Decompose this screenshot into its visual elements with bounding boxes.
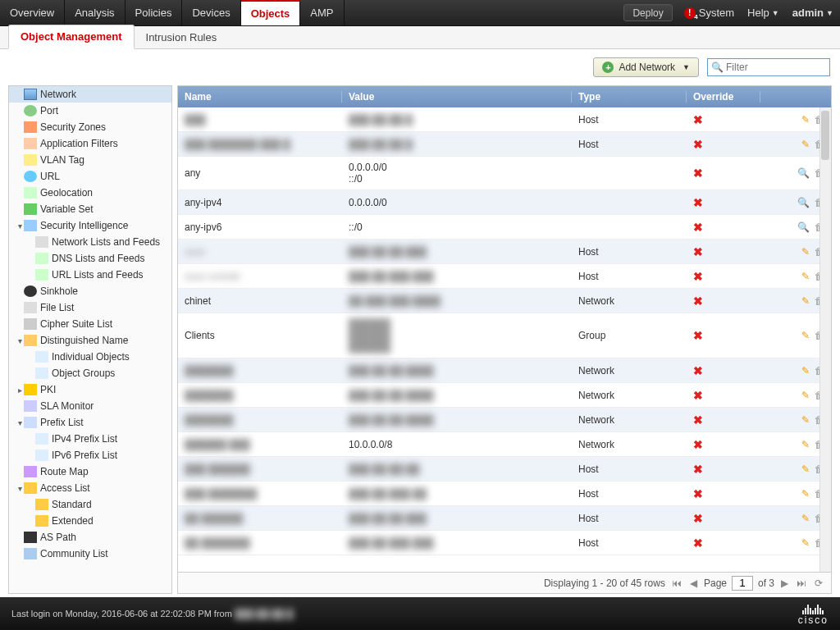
sidebar-item[interactable]: URL [9, 168, 171, 185]
menu-devices[interactable]: Devices [182, 0, 240, 25]
tree-toggle-icon[interactable]: ▾ [16, 418, 24, 427]
tab-intrusion-rules[interactable]: Intrusion Rules [135, 26, 229, 48]
deploy-button[interactable]: Deploy [623, 4, 672, 21]
sidebar-item[interactable]: File List [9, 299, 171, 316]
sidebar-item[interactable]: Extended [9, 513, 171, 529]
edit-icon[interactable]: ✎ [801, 295, 810, 307]
edit-icon[interactable]: ✎ [801, 537, 810, 549]
cell-type: Host [572, 483, 687, 504]
caret-down-icon: ▼ [772, 9, 779, 17]
edit-icon[interactable]: ✎ [801, 513, 810, 524]
menu-policies[interactable]: Policies [126, 0, 183, 25]
sidebar-item-label: Standard [52, 499, 92, 510]
sidebar-item[interactable]: Cipher Suite List [9, 316, 171, 332]
cell-override: ✖ [687, 290, 760, 313]
sidebar-item-label: Network Lists and Feeds [52, 236, 160, 248]
menu-amp[interactable]: AMP [300, 0, 344, 25]
cell-name: chinet [178, 290, 342, 312]
sidebar-item[interactable]: Network [9, 86, 171, 103]
edit-icon[interactable]: ✎ [801, 271, 810, 282]
sidebar-item[interactable]: Security Zones [9, 119, 171, 135]
cell-value: ███.██.██.████ [342, 360, 572, 381]
col-override[interactable]: Override [687, 91, 760, 103]
sidebar-item[interactable]: Variable Set [9, 201, 171, 217]
sidebar-item[interactable]: Sinkhole [9, 283, 171, 299]
sidebar-item[interactable]: ▾Security Intelligence [9, 217, 171, 234]
add-network-button[interactable]: + Add Network ▼ [593, 57, 699, 77]
ic-as-icon [24, 532, 37, 543]
table-row: ███ ██████████.██.███.██Host✖✎🗑 [178, 482, 831, 506]
sidebar-item[interactable]: ▾Access List [9, 480, 171, 496]
sidebar-item[interactable]: DNS Lists and Feeds [9, 250, 171, 267]
col-type[interactable]: Type [572, 91, 687, 103]
cell-value: ███.██.██.████ [342, 385, 572, 406]
view-icon[interactable]: 🔍 [797, 221, 810, 233]
edit-icon[interactable]: ✎ [801, 390, 810, 401]
pager: Displaying 1 - 20 of 45 rows ⏮ ◀ Page of… [178, 572, 831, 593]
view-icon[interactable]: 🔍 [797, 197, 810, 208]
pager-refresh[interactable]: ⟳ [813, 578, 824, 589]
edit-icon[interactable]: ✎ [801, 414, 810, 426]
cell-type [572, 168, 687, 178]
pager-page-input[interactable] [732, 576, 753, 591]
help-menu[interactable]: Help▼ [741, 0, 786, 25]
table-body[interactable]: ██████.██.██.█Host✖✎🗑███ ███████ ███ ███… [178, 107, 831, 572]
sidebar-item[interactable]: VLAN Tag [9, 152, 171, 168]
sidebar-item[interactable]: ▸PKI [9, 381, 171, 398]
pager-first[interactable]: ⏮ [670, 578, 683, 589]
pager-last[interactable]: ⏭ [795, 578, 808, 589]
edit-icon[interactable]: ✎ [801, 114, 810, 126]
edit-icon[interactable]: ✎ [801, 463, 810, 475]
sidebar-item[interactable]: ▾Distinguished Name [9, 332, 171, 349]
sidebar[interactable]: NetworkPortSecurity ZonesApplication Fil… [8, 85, 172, 594]
tab-object-management[interactable]: Object Management [8, 25, 135, 49]
ic-cipher-icon [24, 318, 37, 330]
menu-analysis[interactable]: Analysis [65, 0, 125, 25]
tree-toggle-icon[interactable]: ▸ [16, 386, 24, 395]
menu-overview[interactable]: Overview [0, 0, 65, 25]
system-menu[interactable]: !System [678, 0, 741, 25]
sidebar-item[interactable]: ▾Prefix List [9, 414, 171, 431]
edit-icon[interactable]: ✎ [801, 439, 810, 450]
col-name[interactable]: Name [178, 91, 342, 103]
sidebar-item[interactable]: Object Groups [9, 365, 171, 381]
cell-override: ✖ [687, 240, 760, 263]
sidebar-item[interactable]: Application Filters [9, 135, 171, 152]
cell-type: Host [572, 532, 687, 554]
footer: Last login on Monday, 2016-06-06 at 22:0… [0, 597, 840, 630]
x-icon: ✖ [693, 389, 703, 402]
tree-toggle-icon[interactable]: ▾ [16, 484, 24, 493]
cell-value: ::/0 [342, 217, 572, 238]
sidebar-item[interactable]: Geolocation [9, 185, 171, 201]
menu-objects[interactable]: Objects [241, 0, 301, 25]
edit-icon[interactable]: ✎ [801, 488, 810, 500]
edit-icon[interactable]: ✎ [801, 365, 810, 377]
sidebar-item[interactable]: IPv4 Prefix List [9, 431, 171, 447]
sidebar-item[interactable]: Route Map [9, 463, 171, 480]
col-value[interactable]: Value [342, 91, 572, 103]
edit-icon[interactable]: ✎ [801, 246, 810, 258]
tree-toggle-icon[interactable]: ▾ [16, 336, 24, 345]
tree-toggle-icon[interactable]: ▾ [16, 221, 24, 231]
sidebar-item[interactable]: Network Lists and Feeds [9, 234, 171, 250]
ic-grp-icon [35, 368, 48, 379]
filter-box[interactable]: 🔍 [707, 58, 830, 76]
pager-next[interactable]: ▶ [779, 578, 790, 589]
user-menu[interactable]: admin▼ [786, 0, 840, 25]
sidebar-item[interactable]: Standard [9, 496, 171, 513]
sidebar-item[interactable]: AS Path [9, 529, 171, 546]
edit-icon[interactable]: ✎ [801, 330, 810, 341]
view-icon[interactable]: 🔍 [797, 167, 810, 179]
filter-input[interactable] [726, 62, 826, 73]
sidebar-item[interactable]: SLA Monitor [9, 398, 171, 414]
sidebar-item[interactable]: URL Lists and Feeds [9, 267, 171, 283]
cell-override: ✖ [687, 409, 760, 431]
sidebar-item-label: Community List [40, 548, 108, 559]
sidebar-item[interactable]: Individual Objects [9, 349, 171, 365]
sidebar-item[interactable]: Port [9, 103, 171, 119]
sidebar-item[interactable]: Community List [9, 546, 171, 562]
edit-icon[interactable]: ✎ [801, 139, 810, 150]
sidebar-item[interactable]: IPv6 Prefix List [9, 447, 171, 463]
pager-prev[interactable]: ◀ [688, 578, 699, 589]
scrollbar[interactable] [819, 107, 831, 572]
